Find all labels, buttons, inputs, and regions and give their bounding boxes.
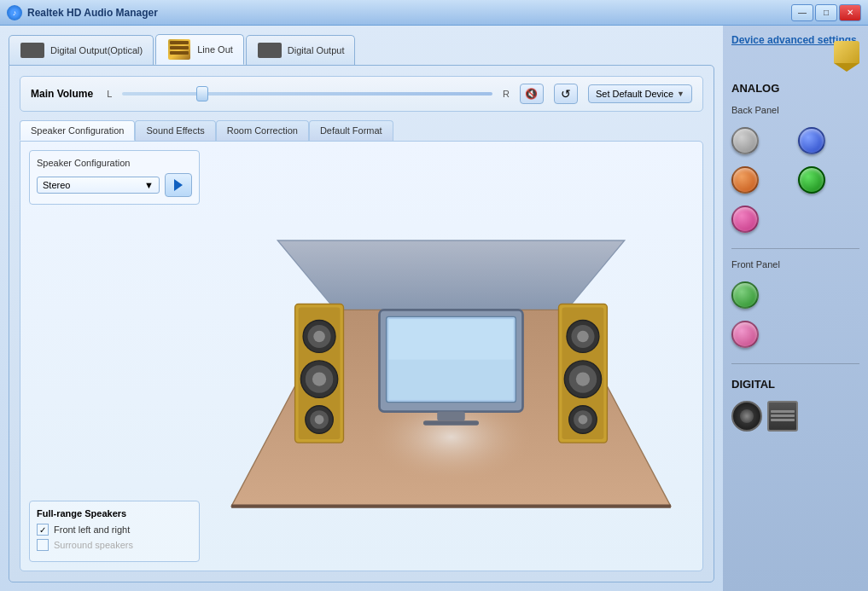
maximize-button[interactable]: □ (815, 4, 837, 21)
tab-sound-effects[interactable]: Sound Effects (135, 120, 215, 141)
play-triangle-icon (174, 179, 183, 191)
back-panel-connectors-row2 (731, 166, 859, 194)
back-panel-label: Back Panel (731, 105, 859, 115)
tab-digital-optical[interactable]: Digital Output(Optical) (9, 35, 154, 65)
left-panel: Digital Output(Optical) Line Out D (0, 26, 723, 591)
svg-point-11 (312, 372, 326, 385)
svg-point-22 (576, 372, 590, 385)
front-panel-connectors (731, 281, 859, 309)
slider-track (122, 92, 492, 96)
inner-tabs: Speaker Configuration Sound Effects Room… (20, 120, 703, 141)
front-left-right-row: ✓ Front left and right (37, 524, 192, 536)
digital-card-stripe-1 (771, 410, 795, 413)
tab-sound-effects-label: Sound Effects (146, 125, 204, 136)
digital-label: DIGITAL (731, 378, 859, 391)
mute-button[interactable]: 🔇 (520, 84, 544, 104)
surround-speakers-label: Surround speakers (54, 540, 133, 550)
tab-default-format-label: Default Format (320, 125, 382, 136)
svg-marker-0 (277, 240, 624, 310)
mute-icon: 🔇 (525, 88, 538, 100)
set-default-button[interactable]: Set Default Device ▼ (588, 84, 692, 103)
minimize-button[interactable]: — (791, 4, 813, 21)
digital-card-stripe-2 (771, 414, 795, 417)
svg-rect-30 (437, 412, 465, 421)
svg-point-19 (577, 331, 589, 343)
slider-thumb[interactable] (196, 86, 208, 101)
volume-slider[interactable] (122, 85, 492, 102)
connector-back-2[interactable] (798, 127, 825, 154)
digital-jack-inner (740, 409, 754, 423)
connector-front-2[interactable] (731, 321, 759, 348)
speaker-visualization (208, 150, 694, 562)
speaker-panel: Speaker Configuration Stereo ▼ (20, 141, 703, 571)
config-select-value: Stereo (43, 180, 70, 190)
svg-point-8 (313, 331, 325, 343)
divider-1 (731, 248, 859, 249)
right-label: R (503, 89, 510, 99)
svg-rect-29 (388, 319, 513, 359)
connector-back-3[interactable] (731, 166, 759, 194)
room-svg (208, 150, 694, 562)
digital-jack-connector[interactable] (731, 401, 762, 432)
tab-line-out-label: Line Out (197, 44, 233, 55)
divider-2 (731, 363, 859, 364)
config-select-row: Stereo ▼ (37, 173, 192, 197)
surround-speakers-checkbox[interactable] (37, 539, 49, 551)
tab-digital-output[interactable]: Digital Output (246, 35, 356, 65)
refresh-button[interactable]: ↺ (554, 84, 578, 104)
analog-label: ANALOG (731, 82, 859, 95)
set-default-label: Set Default Device (596, 89, 673, 99)
svg-point-14 (315, 415, 324, 425)
fullrange-group: Full-range Speakers ✓ Front left and rig… (29, 501, 200, 562)
digital-card-connector[interactable] (767, 401, 798, 432)
titlebar: ♪ Realtek HD Audio Manager — □ ✕ (0, 0, 868, 26)
device-tabs: Digital Output(Optical) Line Out D (9, 34, 714, 65)
tab-room-correction[interactable]: Room Correction (216, 120, 309, 141)
tab-speaker-configuration[interactable]: Speaker Configuration (20, 120, 135, 141)
connector-back-5[interactable] (731, 206, 759, 233)
speaker-config-select[interactable]: Stereo ▼ (37, 177, 160, 194)
lineout-icon (166, 40, 192, 59)
tab-default-format[interactable]: Default Format (309, 120, 393, 141)
surround-speakers-row: Surround speakers (37, 539, 192, 551)
volume-section: Main Volume L R 🔇 ↺ Set Default Device ▼ (20, 76, 703, 112)
spacer (29, 215, 200, 501)
fullrange-title: Full-range Speakers (37, 508, 192, 519)
content-box: Main Volume L R 🔇 ↺ Set Default Device ▼ (9, 65, 714, 582)
tab-room-correction-label: Room Correction (227, 125, 298, 136)
speaker-config-group: Speaker Configuration Stereo ▼ (29, 150, 200, 205)
volume-label: Main Volume (31, 88, 93, 100)
digital-output-icon (257, 41, 283, 60)
svg-rect-31 (423, 420, 479, 425)
tab-speaker-config-label: Speaker Configuration (31, 125, 124, 136)
tab-digital-output-label: Digital Output (288, 45, 345, 55)
front-left-right-label: Front left and right (54, 524, 130, 535)
back-panel-connectors (731, 127, 859, 154)
tab-line-out[interactable]: Line Out (155, 34, 244, 65)
app-icon: ♪ (7, 5, 22, 20)
config-group-label: Speaker Configuration (37, 158, 192, 168)
window-title: Realtek HD Audio Manager (27, 7, 789, 19)
digital-connectors (731, 401, 859, 432)
digital-card-stripe-3 (771, 419, 795, 421)
play-test-button[interactable] (165, 173, 192, 197)
optical-icon (20, 41, 45, 60)
connector-back-1[interactable] (731, 127, 759, 154)
speaker-controls: Speaker Configuration Stereo ▼ (29, 150, 200, 562)
main-container: Digital Output(Optical) Line Out D (0, 26, 868, 591)
connector-back-4[interactable] (798, 166, 825, 194)
connector-front-1[interactable] (731, 281, 759, 309)
tab-digital-optical-label: Digital Output(Optical) (50, 45, 143, 55)
close-button[interactable]: ✕ (839, 4, 861, 21)
dropdown-arrow-icon: ▼ (677, 90, 684, 98)
right-panel: Device advanced settings ANALOG Back Pan… (723, 26, 868, 591)
svg-point-25 (579, 415, 588, 425)
front-panel-label: Front Panel (731, 259, 859, 269)
left-label: L (107, 89, 112, 99)
front-left-right-checkbox[interactable]: ✓ (37, 524, 49, 536)
select-arrow-icon: ▼ (144, 180, 154, 190)
refresh-icon: ↺ (561, 87, 571, 101)
